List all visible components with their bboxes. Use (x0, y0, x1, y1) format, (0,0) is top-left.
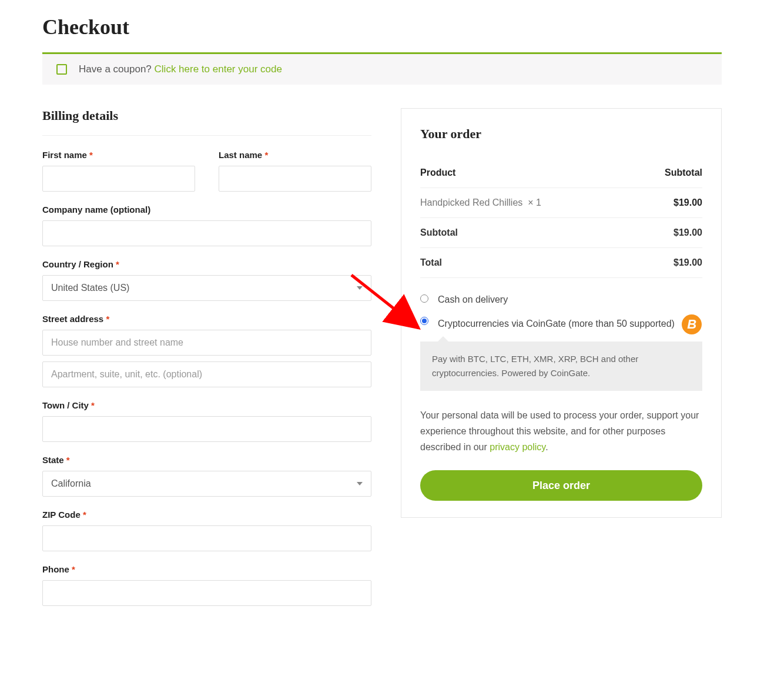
place-order-button[interactable]: Place order (420, 470, 702, 501)
state-selected-value: California (51, 478, 91, 489)
order-summary: Your order Product Subtotal Handpicked R… (401, 108, 722, 518)
crypto-label: Cryptocurrencies via CoinGate (more than… (438, 319, 675, 329)
total-row: Total $19.00 (420, 248, 702, 278)
coupon-icon (56, 64, 67, 75)
city-label: Town / City * (42, 400, 371, 410)
coupon-prompt: Have a coupon? (79, 63, 155, 75)
street-label: Street address * (42, 314, 371, 324)
chevron-down-icon (357, 286, 363, 290)
payment-option-cod[interactable]: Cash on delivery (420, 292, 702, 307)
chevron-down-icon (357, 482, 363, 485)
first-name-input[interactable] (42, 166, 195, 192)
phone-input[interactable] (42, 580, 371, 606)
cod-label: Cash on delivery (438, 292, 508, 307)
bitcoin-icon: B (682, 314, 702, 334)
city-input[interactable] (42, 416, 371, 442)
payment-option-crypto[interactable]: Cryptocurrencies via CoinGate (more than… (420, 314, 702, 334)
phone-label: Phone * (42, 564, 371, 574)
page-title: Checkout (42, 15, 722, 39)
last-name-input[interactable] (219, 166, 371, 192)
payment-methods: Cash on delivery Cryptocurrencies via Co… (420, 292, 702, 391)
col-product: Product (420, 158, 635, 188)
state-select[interactable]: California (42, 471, 371, 497)
country-select[interactable]: United States (US) (42, 275, 371, 301)
radio-icon[interactable] (420, 294, 428, 303)
table-row: Handpicked Red Chillies × 1 $19.00 (420, 188, 702, 218)
street-line2-input[interactable] (42, 361, 371, 387)
street-line1-input[interactable] (42, 330, 371, 356)
privacy-policy-link[interactable]: privacy policy (490, 442, 545, 452)
last-name-label: Last name * (219, 150, 371, 160)
billing-heading: Billing details (42, 108, 371, 136)
country-selected-value: United States (US) (51, 283, 129, 293)
company-label: Company name (optional) (42, 205, 371, 215)
product-name: Handpicked Red Chillies (420, 197, 522, 207)
crypto-description: Pay with BTC, LTC, ETH, XMR, XRP, BCH an… (420, 341, 702, 391)
company-input[interactable] (42, 220, 371, 246)
first-name-label: First name * (42, 150, 195, 160)
order-table: Product Subtotal Handpicked Red Chillies… (420, 158, 702, 278)
product-price: $19.00 (635, 188, 702, 218)
coupon-banner: Have a coupon? Click here to enter your … (42, 52, 722, 85)
radio-icon[interactable] (420, 317, 428, 325)
country-label: Country / Region * (42, 259, 371, 269)
privacy-notice: Your personal data will be used to proce… (420, 407, 702, 455)
subtotal-row: Subtotal $19.00 (420, 218, 702, 248)
col-subtotal: Subtotal (635, 158, 702, 188)
zip-label: ZIP Code * (42, 510, 371, 520)
zip-input[interactable] (42, 525, 371, 551)
product-qty: × 1 (528, 197, 541, 207)
coupon-link[interactable]: Click here to enter your code (155, 63, 282, 75)
order-heading: Your order (420, 126, 702, 142)
state-label: State * (42, 455, 371, 465)
